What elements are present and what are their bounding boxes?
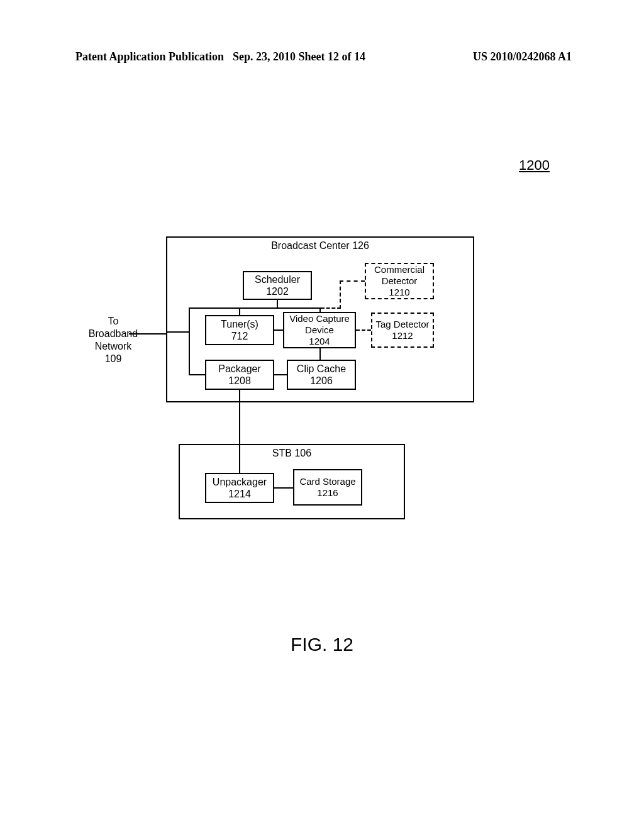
clip-cache-box: Clip Cache 1206 [287, 360, 356, 390]
video-capture-ref: 1204 [309, 336, 330, 347]
clip-cache-name: Clip Cache [297, 363, 346, 375]
connector-stb-to-unpackager [239, 444, 240, 473]
clip-cache-ref: 1206 [310, 375, 333, 387]
packager-box: Packager 1208 [205, 360, 274, 390]
unpackager-box: Unpackager 1214 [205, 473, 274, 503]
connector-bus-left-down [189, 307, 190, 333]
connector-unpackager-cardstorage [274, 487, 293, 489]
stb-title: STB 106 [180, 448, 404, 459]
unpackager-ref: 1214 [228, 488, 251, 500]
connector-left-vertical [189, 331, 190, 375]
video-capture-name: Video Capture Device [284, 313, 355, 336]
connector-video-tagdetector [356, 329, 371, 331]
scheduler-ref: 1202 [266, 285, 289, 297]
broadcast-center-title: Broadcast Center 126 [167, 240, 473, 252]
connector-bus-to-tuners [239, 307, 240, 315]
card-storage-box: Card Storage 1216 [293, 469, 362, 506]
scheduler-name: Scheduler [255, 274, 300, 285]
external-network-label: ToBroadbandNetwork109 [75, 315, 151, 365]
packager-name: Packager [218, 363, 261, 375]
diagram: ToBroadbandNetwork109 Broadcast Center 1… [0, 0, 644, 830]
connector-external-to-center [129, 333, 167, 335]
figure-caption: FIG. 12 [0, 634, 644, 655]
connector-dashed-to-commercial [340, 280, 365, 282]
card-storage-ref: 1216 [317, 487, 338, 499]
scheduler-box: Scheduler 1202 [243, 271, 312, 300]
tag-detector-box: Tag Detector 1212 [371, 313, 434, 348]
card-storage-name: Card Storage [299, 476, 355, 487]
connector-bus-top [189, 307, 321, 309]
commercial-detector-box: Commercial Detector 1210 [365, 263, 434, 299]
tuners-box: Tuner(s) 712 [205, 315, 274, 345]
tag-detector-name: Tag Detector [375, 319, 429, 330]
connector-exit-left [166, 331, 190, 333]
connector-left-to-packager [189, 374, 205, 375]
commercial-detector-ref: 1210 [389, 287, 409, 298]
connector-packager-to-stb [239, 390, 240, 453]
tuners-name: Tuner(s) [221, 318, 258, 330]
connector-tuner-video [274, 329, 283, 331]
connector-video-clipcache [319, 348, 321, 360]
packager-ref: 1208 [228, 375, 251, 387]
tag-detector-ref: 1212 [392, 330, 413, 341]
connector-dashed-bus-ext [321, 307, 341, 309]
tuners-ref: 712 [231, 330, 248, 342]
unpackager-name: Unpackager [213, 476, 267, 488]
video-capture-box: Video Capture Device 1204 [283, 312, 356, 348]
commercial-detector-name: Commercial Detector [366, 264, 433, 287]
connector-packager-clipcache [274, 374, 287, 375]
connector-dashed-vert [340, 280, 341, 309]
